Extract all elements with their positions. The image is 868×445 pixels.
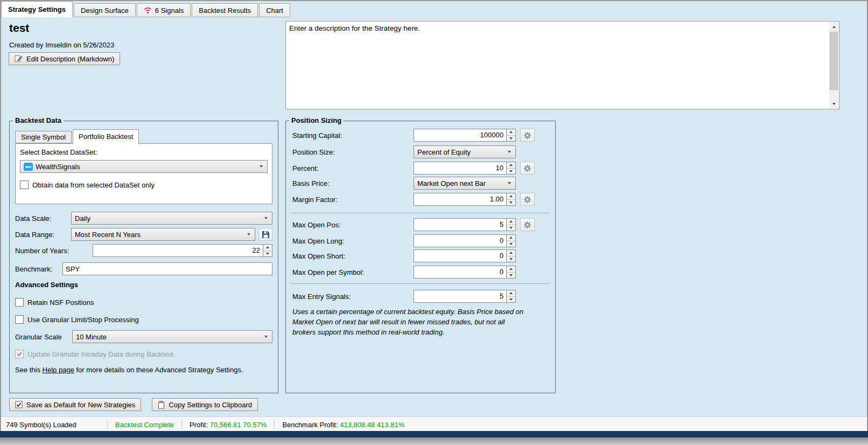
description-text: Enter a description for the Strategy her…	[289, 24, 826, 32]
spin-up-button[interactable]	[507, 162, 515, 169]
tab-signals[interactable]: 6 Signals	[137, 3, 191, 17]
footer-buttons: Save as Default for New Strategies Copy …	[9, 398, 258, 411]
starting-capital-value: 100000	[414, 129, 506, 141]
select-dataset-label: Select Backtest DataSet:	[20, 148, 97, 156]
copy-settings-label: Copy Settings to Clipboard	[169, 401, 252, 409]
scroll-thumb[interactable]	[830, 32, 838, 90]
update-granular-label: Update Granular Intraday Data during Bac…	[27, 350, 173, 358]
tab-design-surface[interactable]: Design Surface	[74, 3, 136, 17]
spin-down-button[interactable]	[507, 169, 515, 175]
granular-scale-combobox[interactable]: 10 Minute	[72, 330, 272, 343]
help-page-link[interactable]: Help page	[43, 366, 74, 374]
tab-chart[interactable]: Chart	[259, 3, 290, 17]
spin-up-button[interactable]	[507, 290, 515, 297]
spin-down-button[interactable]	[507, 200, 515, 206]
backtest-data-group-title: Backtest Data	[13, 116, 64, 124]
gear-icon	[523, 221, 531, 229]
spin-up-button[interactable]	[507, 193, 515, 200]
copy-settings-button[interactable]: Copy Settings to Clipboard	[152, 398, 258, 411]
max-open-per-symbol-spinner[interactable]: 0	[414, 266, 516, 279]
scroll-up-button[interactable]	[829, 22, 838, 31]
data-scale-value: Daily	[75, 214, 262, 222]
spinner-stepper	[506, 250, 515, 262]
tab-portfolio-backtest[interactable]: Portfolio Backtest	[73, 129, 139, 144]
tab-single-symbol[interactable]: Single Symbol	[15, 131, 72, 143]
data-scale-combobox[interactable]: Daily	[71, 212, 272, 225]
chevron-down-icon	[262, 336, 270, 338]
margin-factor-gear-button[interactable]	[520, 193, 535, 206]
spin-down-button[interactable]	[507, 136, 515, 142]
advanced-settings-title: Advanced Settings	[15, 281, 78, 289]
backtest-data-tabs: Single Symbol Portfolio Backtest	[15, 129, 140, 143]
margin-factor-value: 1.00	[414, 193, 506, 205]
percent-gear-button[interactable]	[520, 162, 535, 175]
basis-price-value: Market Open next Bar	[417, 179, 506, 187]
dataset-combobox[interactable]: wo WealthSignals	[20, 160, 268, 173]
description-editor[interactable]: Enter a description for the Strategy her…	[285, 21, 839, 109]
spin-up-button[interactable]	[507, 219, 515, 225]
scroll-down-button[interactable]	[829, 99, 838, 108]
save-as-default-label: Save as Default for New Strategies	[26, 401, 135, 409]
margin-factor-spinner[interactable]: 1.00	[414, 193, 516, 206]
data-range-label: Data Range:	[15, 231, 68, 239]
starting-capital-spinner[interactable]: 100000	[414, 129, 516, 142]
percent-spinner[interactable]: 10	[414, 162, 516, 175]
help-suffix: for more details on these Advanced Strat…	[74, 366, 243, 374]
divider	[291, 283, 549, 284]
save-data-range-button[interactable]	[258, 228, 272, 241]
spin-down-button[interactable]	[507, 241, 515, 247]
position-size-value: Percent of Equity	[417, 148, 506, 156]
window-bottom-edge	[0, 431, 868, 437]
spin-up-button[interactable]	[507, 250, 515, 256]
benchmark-profit-label: Benchmark Profit:	[282, 421, 338, 429]
spin-down-button[interactable]	[507, 256, 515, 262]
max-open-pos-spinner[interactable]: 5	[414, 218, 516, 231]
save-as-default-button[interactable]: Save as Default for New Strategies	[9, 398, 141, 411]
spin-down-button[interactable]	[507, 273, 515, 279]
max-entry-signals-spinner[interactable]: 5	[414, 290, 516, 303]
status-bar: 749 Symbol(s) Loaded Backtest Complete P…	[1, 416, 867, 432]
scroll-track[interactable]	[829, 91, 838, 99]
spin-down-button[interactable]	[507, 297, 515, 303]
gear-icon	[523, 164, 531, 172]
starting-capital-gear-button[interactable]	[520, 129, 535, 142]
spinner-stepper	[506, 162, 515, 174]
obtain-only-checkbox[interactable]	[20, 180, 29, 189]
retain-nsf-checkbox[interactable]	[15, 298, 24, 307]
spin-up-button[interactable]	[507, 266, 515, 273]
divider	[291, 213, 549, 213]
spin-down-button[interactable]	[263, 251, 272, 257]
granular-scale-label: Granular Scale	[15, 333, 69, 341]
tab-backtest-results[interactable]: Backtest Results	[192, 3, 258, 17]
max-open-pos-gear-button[interactable]	[520, 218, 535, 231]
spinner-stepper	[506, 219, 515, 231]
edit-description-button[interactable]: Edit Description (Markdown)	[9, 52, 120, 65]
spin-up-button[interactable]	[263, 245, 272, 251]
update-granular-checkbox[interactable]	[15, 350, 24, 358]
data-scale-label: Data Scale:	[15, 214, 68, 222]
edit-description-label: Edit Description (Markdown)	[26, 55, 114, 63]
spin-up-button[interactable]	[507, 235, 515, 241]
max-open-per-symbol-value: 0	[414, 266, 506, 278]
tab-strategy-settings[interactable]: Strategy Settings	[1, 1, 73, 17]
tab-label: Portfolio Backtest	[79, 133, 133, 141]
max-open-short-spinner[interactable]: 0	[414, 249, 516, 262]
position-size-combobox[interactable]: Percent of Equity	[414, 145, 516, 158]
number-of-years-spinner[interactable]: 22	[93, 244, 272, 257]
benchmark-input[interactable]: SPY	[62, 262, 272, 275]
benchmark-row: Benchmark: SPY	[15, 262, 272, 275]
benchmark-profit-value: 413,808.48 413.81%	[340, 421, 404, 429]
description-scrollbar[interactable]	[829, 22, 838, 108]
strategy-name: test	[9, 22, 29, 34]
granular-limit-checkbox[interactable]	[15, 315, 24, 324]
edit-pencil-icon	[15, 55, 23, 62]
spin-up-button[interactable]	[507, 129, 515, 136]
created-by-text: Created by Imseldin on 5/26/2023	[9, 41, 114, 49]
max-open-short-row: Max Open Short: 0	[292, 249, 549, 262]
spin-down-button[interactable]	[507, 225, 515, 231]
data-range-combobox[interactable]: Most Recent N Years	[71, 228, 255, 241]
basis-price-combobox[interactable]: Market Open next Bar	[414, 177, 516, 190]
max-open-long-spinner[interactable]: 0	[414, 234, 516, 247]
obtain-only-label: Obtain data from selected DataSet only	[32, 181, 155, 189]
gear-icon	[523, 131, 531, 140]
